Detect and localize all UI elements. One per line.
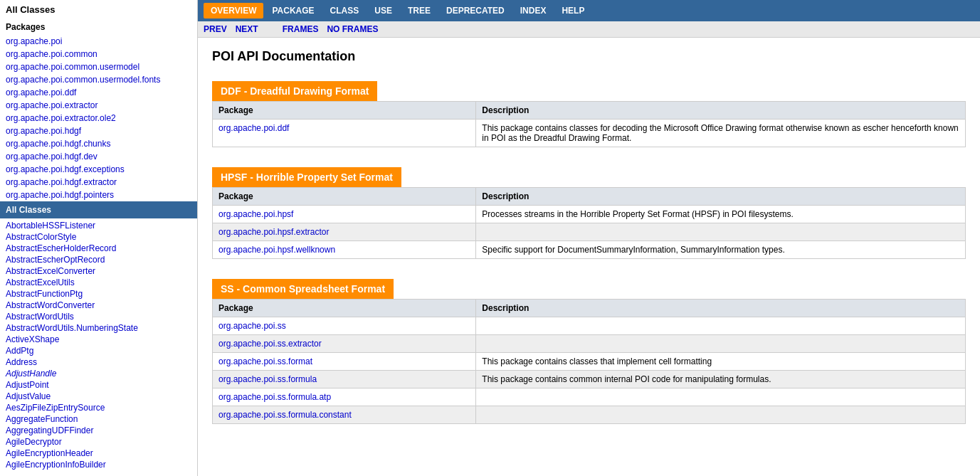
table-row: org.apache.poi.ss.formula.constant [213,406,966,424]
description-cell: This package contains common internal PO… [476,371,966,388]
nav-item-help[interactable]: HELP [554,3,591,18]
sidebar-class-link[interactable]: AdjustValue [6,391,191,402]
prev-link[interactable]: PREV [204,24,227,34]
sidebar-package-link[interactable]: org.apache.poi.hdgf.chunks [0,137,197,150]
package-cell: org.apache.poi.hpsf [213,206,476,223]
col-description: Description [476,188,966,206]
sidebar-class-link[interactable]: AgileEncryptionInfoBuilder [6,459,191,470]
table-row: org.apache.poi.ss [213,317,966,335]
sidebar-class-link[interactable]: AbstractColorStyle [6,231,191,243]
table-row: org.apache.poi.hpsfProcesses streams in … [213,206,966,223]
description-cell [476,317,966,335]
package-cell: org.apache.poi.ss.format [213,353,476,371]
table-row: org.apache.poi.hpsf.extractor [213,223,966,241]
nav-item-deprecated[interactable]: DEPRECATED [439,3,512,18]
sidebar-class-link[interactable]: ActiveXShape [6,334,191,345]
sidebar-class-link[interactable]: AdjustHandle [6,368,191,379]
sidebar-class-link[interactable]: AbstractWordConverter [6,300,191,311]
col-description: Description [476,102,966,120]
table-row: org.apache.poi.ss.formulaThis package co… [213,371,966,388]
sidebar-package-link[interactable]: org.apache.poi.common [0,48,197,60]
nav-item-tree[interactable]: TREE [401,3,438,18]
sidebar-class-link[interactable]: AbstractWordUtils [6,311,191,322]
sidebar-package-link[interactable]: org.apache.poi.common.usermodel [0,60,197,73]
classes-list: AbortableHSSFListenerAbstractColorStyleA… [0,218,197,472]
sidebar-class-link[interactable]: AbortableHSSFListener [6,220,191,231]
sidebar-package-link[interactable]: org.apache.poi.hdgf.pointers [0,189,197,201]
sidebar-package-link[interactable]: org.apache.poi.extractor.ole2 [0,112,197,125]
packages-label: Packages [0,19,197,35]
nav-item-overview[interactable]: OVERVIEW [204,3,263,18]
next-link[interactable]: NEXT [236,24,258,34]
secondary-nav: PREV NEXT FRAMES NO FRAMES [198,21,980,38]
no-frames-link[interactable]: NO FRAMES [327,24,378,34]
package-link[interactable]: org.apache.poi.hpsf [218,209,293,219]
package-cell: org.apache.poi.ss.extractor [213,335,476,353]
sidebar-class-link[interactable]: AgileEncryptionHeader [6,448,191,459]
description-cell: This package contains classes that imple… [476,353,966,371]
nav-item-use[interactable]: USE [367,3,399,18]
description-cell: Processes streams in the Horrible Proper… [476,206,966,223]
package-link[interactable]: org.apache.poi.ss.formula.constant [218,410,352,420]
table-row: org.apache.poi.ss.formatThis package con… [213,353,966,371]
package-cell: org.apache.poi.ddf [213,120,476,147]
package-cell: org.apache.poi.ss.formula.constant [213,406,476,424]
sidebar-class-link[interactable]: AbstractWordUtils.NumberingState [6,322,191,334]
col-description: Description [476,300,966,317]
nav-item-package[interactable]: PACKAGE [265,3,321,18]
package-link[interactable]: org.apache.poi.ss.extractor [218,339,322,349]
package-cell: org.apache.poi.ss.formula [213,371,476,388]
sidebar-package-link[interactable]: org.apache.poi [0,35,197,48]
section-header-hpsf: HPSF - Horrible Property Set Format [212,167,401,187]
package-table-hpsf: PackageDescriptionorg.apache.poi.hpsfPro… [212,187,966,259]
package-link[interactable]: org.apache.poi.ss [218,321,286,331]
frames-link[interactable]: FRAMES [283,24,319,34]
col-package: Package [213,300,476,317]
sidebar-class-link[interactable]: AggregatingUDFFinder [6,425,191,436]
page-title: POI API Documentation [212,49,966,64]
section-header-ddf: DDF - Dreadful Drawing Format [212,81,377,101]
sidebar-class-link[interactable]: AbstractFunctionPtg [6,288,191,300]
sidebar-package-link[interactable]: org.apache.poi.ddf [0,86,197,99]
table-row: org.apache.poi.hpsf.wellknownSpecific su… [213,241,966,259]
description-cell [476,223,966,241]
main-content: OVERVIEWPACKAGECLASSUSETREEDEPRECATEDIND… [198,0,980,476]
sidebar-package-link[interactable]: org.apache.poi.hdgf.exceptions [0,163,197,176]
package-links-container: org.apache.poiorg.apache.poi.commonorg.a… [0,35,197,201]
sidebar-class-link[interactable]: AbstractExcelUtils [6,277,191,288]
all-classes-header: All Classes [0,201,197,218]
sidebar-package-link[interactable]: org.apache.poi.extractor [0,99,197,112]
table-row: org.apache.poi.ss.extractor [213,335,966,353]
package-cell: org.apache.poi.ss.formula.atp [213,388,476,406]
top-nav: OVERVIEWPACKAGECLASSUSETREEDEPRECATEDIND… [198,0,980,21]
all-classes-label: All Classes [0,0,197,19]
section-ddf: DDF - Dreadful Drawing FormatPackageDesc… [212,75,966,147]
sidebar-class-link[interactable]: AbstractEscherOptRecord [6,254,191,265]
sidebar-class-link[interactable]: AgileDecryptor [6,436,191,448]
col-package: Package [213,188,476,206]
sidebar-package-link[interactable]: org.apache.poi.hdgf.extractor [0,176,197,189]
sidebar-class-link[interactable]: AggregateFunction [6,413,191,425]
package-link[interactable]: org.apache.poi.ss.formula.atp [218,392,331,402]
sidebar-class-link[interactable]: Address [6,356,191,368]
section-ss: SS - Common Spreadsheet FormatPackageDes… [212,273,966,424]
nav-item-class[interactable]: CLASS [323,3,367,18]
sidebar-class-link[interactable]: AesZipFileZipEntrySource [6,402,191,413]
package-link[interactable]: org.apache.poi.ss.format [218,356,312,366]
package-link[interactable]: org.apache.poi.hpsf.wellknown [218,245,335,255]
content-area: POI API Documentation DDF - Dreadful Dra… [198,38,980,450]
sidebar-package-link[interactable]: org.apache.poi.hdgf [0,125,197,137]
sidebar-class-link[interactable]: AbstractExcelConverter [6,265,191,277]
package-link[interactable]: org.apache.poi.ddf [218,123,289,133]
nav-item-index[interactable]: INDEX [513,3,554,18]
sidebar-package-link[interactable]: org.apache.poi.hdgf.dev [0,150,197,163]
sidebar: All Classes Packages org.apache.poiorg.a… [0,0,198,476]
package-link[interactable]: org.apache.poi.ss.formula [218,374,317,384]
nav-separator [267,24,274,34]
package-link[interactable]: org.apache.poi.hpsf.extractor [218,227,329,237]
table-row: org.apache.poi.ss.formula.atp [213,388,966,406]
sidebar-class-link[interactable]: AdjustPoint [6,379,191,391]
sidebar-class-link[interactable]: AddPtg [6,345,191,356]
sidebar-class-link[interactable]: AbstractEscherHolderRecord [6,243,191,254]
sidebar-package-link[interactable]: org.apache.poi.common.usermodel.fonts [0,73,197,86]
